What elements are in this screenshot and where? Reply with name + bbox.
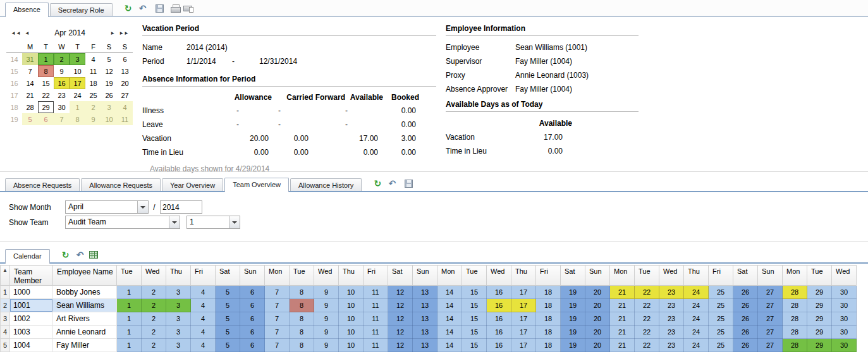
day-cell[interactable]: 10 xyxy=(339,339,364,352)
day-column-header[interactable]: Tue xyxy=(635,266,659,286)
day-cell[interactable]: 28 xyxy=(783,339,807,352)
day-cell[interactable]: 24 xyxy=(684,339,709,352)
day-cell[interactable]: 8 xyxy=(290,286,314,299)
mini-calendar-day[interactable]: 3 xyxy=(101,101,117,113)
team-grid-row[interactable]: 31002Art Rivers1234567891011121314151617… xyxy=(1,312,857,326)
day-cell[interactable]: 12 xyxy=(388,312,413,326)
day-cell[interactable]: 16 xyxy=(487,326,511,339)
mini-calendar-day[interactable]: 30 xyxy=(54,101,70,113)
team-member-column-header[interactable]: Team Member xyxy=(10,266,53,286)
mini-calendar-day[interactable]: 9 xyxy=(54,65,70,77)
day-cell[interactable]: 8 xyxy=(290,312,314,326)
day-column-header[interactable]: Mon xyxy=(265,266,290,286)
day-cell[interactable]: 28 xyxy=(783,286,807,299)
grid-view-icon[interactable] xyxy=(89,251,98,259)
day-cell[interactable]: 7 xyxy=(265,312,290,326)
day-cell[interactable]: 16 xyxy=(487,299,511,312)
day-column-header[interactable]: Sun xyxy=(240,266,265,286)
day-column-header[interactable]: Wed xyxy=(142,266,166,286)
day-cell[interactable]: 11 xyxy=(364,286,388,299)
day-cell[interactable]: 6 xyxy=(240,312,265,326)
day-cell[interactable]: 21 xyxy=(610,286,635,299)
day-cell[interactable]: 9 xyxy=(314,299,339,312)
day-cell[interactable]: 2 xyxy=(142,286,166,299)
day-cell[interactable]: 8 xyxy=(290,326,314,339)
mini-calendar-day[interactable]: 15 xyxy=(38,77,54,89)
mini-calendar-day[interactable]: 1 xyxy=(38,53,54,65)
day-cell[interactable]: 28 xyxy=(783,326,807,339)
mini-calendar-day[interactable]: 29 xyxy=(38,101,54,113)
day-cell[interactable]: 4 xyxy=(191,326,216,339)
mini-calendar-day[interactable]: 17 xyxy=(70,77,85,89)
day-cell[interactable]: 3 xyxy=(166,326,191,339)
mini-calendar-day[interactable]: 4 xyxy=(117,101,133,113)
day-column-header[interactable]: Sat xyxy=(733,266,758,286)
day-cell[interactable]: 10 xyxy=(339,299,364,312)
day-column-header[interactable]: Sun xyxy=(413,266,437,286)
day-cell[interactable]: 11 xyxy=(364,312,388,326)
calendar-next-year-button[interactable]: ►► xyxy=(117,30,131,36)
day-column-header[interactable]: Thu xyxy=(684,266,709,286)
day-cell[interactable]: 20 xyxy=(585,299,610,312)
mini-calendar-day[interactable]: 24 xyxy=(70,89,85,101)
refresh-icon[interactable]: ↻ xyxy=(372,178,383,188)
day-cell[interactable]: 13 xyxy=(413,326,437,339)
day-cell[interactable]: 19 xyxy=(561,339,585,352)
refresh-icon[interactable]: ↻ xyxy=(60,250,71,260)
day-cell[interactable]: 1 xyxy=(117,312,142,326)
undo-icon[interactable]: ↶ xyxy=(137,3,149,13)
day-column-header[interactable]: Fri xyxy=(364,266,388,286)
save-icon[interactable] xyxy=(405,180,413,188)
day-cell[interactable]: 23 xyxy=(659,339,684,352)
day-cell[interactable]: 15 xyxy=(462,286,487,299)
sort-indicator-header[interactable]: ▲ xyxy=(1,266,10,286)
day-column-header[interactable]: Tue xyxy=(462,266,487,286)
day-column-header[interactable]: Thu xyxy=(339,266,364,286)
day-cell[interactable]: 13 xyxy=(413,339,437,352)
tab-allowance-history[interactable]: Allowance History xyxy=(290,178,362,191)
year-input[interactable] xyxy=(160,200,202,214)
day-cell[interactable]: 28 xyxy=(783,312,807,326)
chevron-down-icon[interactable] xyxy=(137,201,148,213)
day-cell[interactable]: 20 xyxy=(585,286,610,299)
day-cell[interactable]: 6 xyxy=(240,286,265,299)
day-column-header[interactable]: Wed xyxy=(659,266,684,286)
mini-calendar-day[interactable]: 27 xyxy=(117,89,133,101)
team-member-cell[interactable]: 1000 xyxy=(10,286,53,299)
tab-allowance-requests[interactable]: Allowance Requests xyxy=(81,178,161,191)
day-cell[interactable]: 8 xyxy=(290,299,314,312)
day-cell[interactable]: 15 xyxy=(462,312,487,326)
day-cell[interactable]: 23 xyxy=(659,286,684,299)
day-cell[interactable]: 4 xyxy=(191,299,216,312)
mini-calendar-day[interactable]: 7 xyxy=(22,65,38,77)
day-cell[interactable]: 2 xyxy=(142,339,166,352)
day-cell[interactable]: 25 xyxy=(709,339,733,352)
day-cell[interactable]: 5 xyxy=(216,299,240,312)
employee-name-cell[interactable]: Sean Williams xyxy=(53,299,117,312)
day-cell[interactable]: 16 xyxy=(487,339,511,352)
team-grid-row[interactable]: 21001Sean Williams1234567891011121314151… xyxy=(1,299,857,312)
day-column-header[interactable]: Fri xyxy=(191,266,216,286)
employee-name-cell[interactable]: Bobby Jones xyxy=(53,286,117,299)
day-cell[interactable]: 19 xyxy=(561,286,585,299)
day-cell[interactable]: 22 xyxy=(635,286,659,299)
day-column-header[interactable]: Sun xyxy=(585,266,610,286)
day-cell[interactable]: 20 xyxy=(585,339,610,352)
employee-name-cell[interactable]: Fay Miller xyxy=(53,339,117,352)
undo-icon[interactable]: ↶ xyxy=(75,250,86,260)
mini-calendar-day[interactable]: 9 xyxy=(85,113,101,125)
day-cell[interactable]: 21 xyxy=(610,299,635,312)
day-cell[interactable]: 23 xyxy=(659,299,684,312)
day-cell[interactable]: 23 xyxy=(659,312,684,326)
tab-absence-requests[interactable]: Absence Requests xyxy=(5,178,80,191)
team-grid-row[interactable]: 41003Annie Leonard1234567891011121314151… xyxy=(1,326,857,339)
day-cell[interactable]: 11 xyxy=(364,326,388,339)
team-member-cell[interactable]: 1003 xyxy=(10,326,53,339)
day-cell[interactable]: 27 xyxy=(758,339,783,352)
day-cell[interactable]: 15 xyxy=(462,326,487,339)
day-cell[interactable]: 9 xyxy=(314,312,339,326)
day-cell[interactable]: 5 xyxy=(216,339,240,352)
day-cell[interactable]: 18 xyxy=(536,339,561,352)
mini-calendar-day[interactable]: 8 xyxy=(38,65,54,77)
day-cell[interactable]: 9 xyxy=(314,326,339,339)
